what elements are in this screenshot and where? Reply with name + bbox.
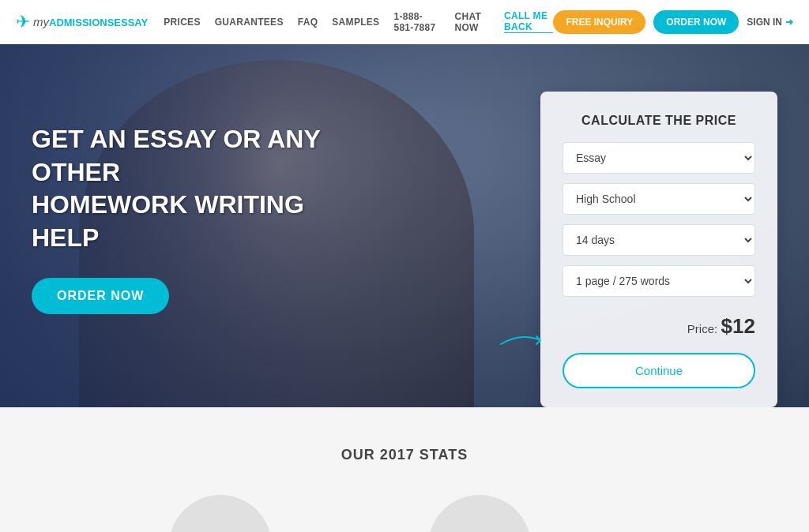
stat-orders: 139696 orders delivered <box>169 495 365 532</box>
price-label: Price: <box>687 322 717 335</box>
nav-prices[interactable]: PRICES <box>164 17 200 28</box>
hero-text-block: GET AN ESSAY OR ANY OTHER HOMEWORK WRITI… <box>32 92 517 314</box>
nav-samples[interactable]: SAMPLES <box>332 17 379 28</box>
pages-select[interactable]: 1 page / 275 words 2 pages / 550 words 3… <box>563 265 755 297</box>
stat-referral: 21277 clients used our Referral Program <box>428 495 640 532</box>
deadline-select[interactable]: 14 days 10 days 7 days 5 days 3 days 2 d… <box>563 224 755 256</box>
nav-chat[interactable]: CHAT NOW <box>454 11 490 33</box>
calculator-title: CALCULATE THE PRICE <box>563 114 755 128</box>
logo-text: myAdmissionsEssay <box>33 15 148 28</box>
header-actions: FREE INQUIRY ORDER NOW SIGN IN ➜ <box>553 10 793 34</box>
stats-section: OUR 2017 STATS 139696 orders delivered 2… <box>0 407 809 532</box>
nav-callback[interactable]: CALL ME BACK <box>504 10 553 33</box>
logo[interactable]: ✈ myAdmissionsEssay <box>16 12 148 32</box>
hero-headline: GET AN ESSAY OR ANY OTHER HOMEWORK WRITI… <box>32 123 348 254</box>
nav-guarantees[interactable]: GUARANTEES <box>215 17 284 28</box>
stat-orders-circle: 139696 <box>169 495 272 532</box>
price-display: Price: $12 <box>563 314 755 339</box>
order-now-nav-button[interactable]: ORDER NOW <box>653 10 739 34</box>
stats-title: OUR 2017 STATS <box>32 447 777 463</box>
price-value: $12 <box>721 314 755 338</box>
logo-icon: ✈ <box>16 12 30 32</box>
free-inquiry-button[interactable]: FREE INQUIRY <box>553 10 645 34</box>
sign-in-arrow-icon: ➜ <box>785 17 793 28</box>
stat-referral-circle: 21277 <box>428 495 531 532</box>
continue-button[interactable]: Continue <box>563 353 755 388</box>
calculator-arrow-icon <box>497 328 544 352</box>
stats-row: 139696 orders delivered 21277 clients us… <box>32 495 777 532</box>
nav-phone[interactable]: 1-888-581-7887 <box>393 11 440 33</box>
site-header: ✈ myAdmissionsEssay PRICES GUARANTEES FA… <box>0 0 809 44</box>
main-nav: PRICES GUARANTEES FAQ SAMPLES 1-888-581-… <box>164 10 553 33</box>
academic-level-select[interactable]: High School College University Master's … <box>563 183 755 215</box>
hero-content: GET AN ESSAY OR ANY OTHER HOMEWORK WRITI… <box>0 44 809 407</box>
paper-type-select[interactable]: Essay Research Paper Term Paper Coursewo… <box>563 142 755 174</box>
sign-in-link[interactable]: SIGN IN ➜ <box>747 17 793 28</box>
order-now-hero-button[interactable]: ORDER NOW <box>32 278 169 314</box>
price-calculator: CALCULATE THE PRICE Essay Research Paper… <box>540 92 777 407</box>
hero-section: GET AN ESSAY OR ANY OTHER HOMEWORK WRITI… <box>0 44 809 407</box>
nav-faq[interactable]: FAQ <box>298 17 318 28</box>
